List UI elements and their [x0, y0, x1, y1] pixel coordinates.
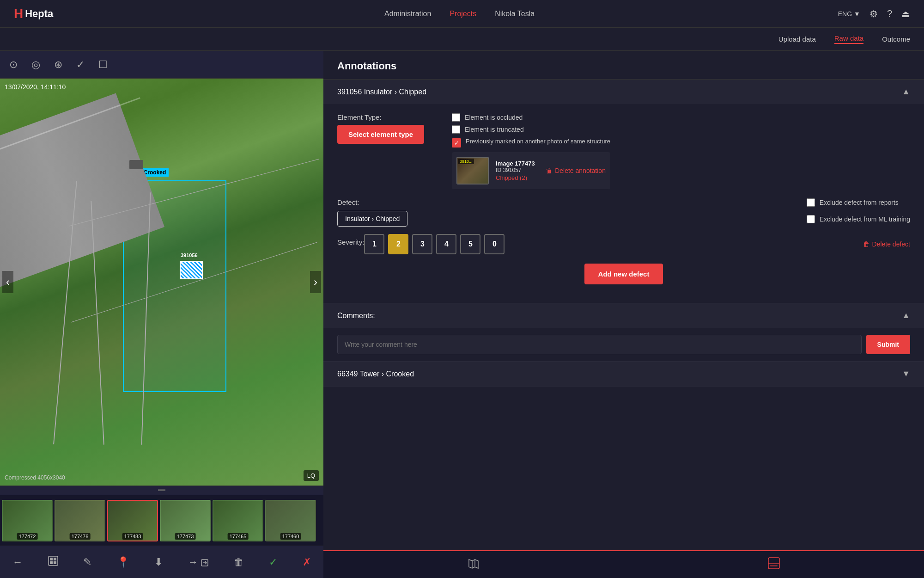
truncated-row: Element is truncated [452, 125, 610, 134]
collapse-section-2-btn[interactable]: ▼ [902, 369, 910, 379]
comment-input[interactable] [337, 335, 862, 354]
comments-title: Comments: [337, 312, 375, 320]
severity-3-btn[interactable]: 3 [412, 234, 432, 254]
exclude-reports-label: Exclude defect from reports [820, 199, 899, 206]
exclude-col: Exclude defect from reports Exclude defe… [807, 198, 910, 227]
second-navigation: Upload data Raw data Outcome [0, 28, 924, 51]
thumbnail-4[interactable]: 177473 [160, 500, 211, 541]
image-info: Compressed 4056x3040 [5, 474, 65, 481]
location-btn[interactable]: 📍 [112, 554, 134, 571]
collapse-section-1-btn[interactable]: ▲ [902, 87, 910, 97]
image-timestamp: 13/07/2020, 14:11:10 [5, 83, 66, 91]
prev-marked-icon: ✓ [452, 138, 461, 148]
help-icon[interactable]: ? [887, 8, 892, 19]
logo-text: Hepta [25, 8, 53, 20]
truncated-checkbox[interactable] [452, 125, 460, 134]
defect-tag: Insulator › Chipped [337, 211, 407, 227]
comments-section: Comments: ▲ Submit [323, 303, 924, 362]
annotation-section-1-header[interactable]: 391056 Insulator › Chipped ▲ [323, 80, 924, 104]
image-toolbar: ⊙ ◎ ⊛ ✓ ☐ [0, 51, 323, 79]
annotations-title: Annotations [323, 51, 924, 80]
prev-image-card[interactable]: 3910... Image 177473 ID 391057 Chipped (… [452, 152, 610, 189]
delete-defect-btn[interactable]: 🗑 Delete defect [863, 240, 911, 248]
language-selector[interactable]: ENG ▼ [838, 10, 860, 18]
severity-5-btn[interactable]: 5 [460, 234, 480, 254]
add-defect-btn[interactable]: Add new defect [584, 264, 663, 284]
annotation-marker: 391056 [180, 261, 203, 279]
back-btn[interactable]: ← [8, 554, 27, 571]
thumbnail-6[interactable]: 177460 [265, 500, 316, 541]
logout-icon[interactable]: ⏏ [901, 8, 910, 19]
exclude-ml-checkbox[interactable] [807, 215, 815, 223]
occluded-checkbox[interactable] [452, 113, 460, 122]
prev-image-arrow[interactable]: ‹ [2, 271, 13, 293]
toolbar-check-btn[interactable]: ✓ [76, 59, 85, 71]
confirm-btn[interactable]: ✓ [264, 554, 282, 571]
panel-tab-btn[interactable] [758, 552, 790, 577]
select-element-type-btn[interactable]: Select element type [337, 125, 424, 144]
image-list-btn[interactable] [43, 553, 63, 571]
marker-label: 391056 [181, 252, 198, 258]
thumbnail-5[interactable]: 177465 [213, 500, 263, 541]
nav-icons: ENG ▼ ⚙ ? ⏏ [838, 8, 910, 19]
toolbar-view-btn[interactable]: ⊙ [9, 59, 18, 71]
nav-links: Administration Projects Nikola Tesla [81, 10, 838, 18]
prev-marked-text: Previously marked on another photo of sa… [466, 137, 610, 146]
thumbnail-strip: 177472 177476 177483 177473 177465 17746… [0, 495, 323, 546]
collapse-comments-btn[interactable]: ▲ [902, 311, 910, 320]
map-tab-btn[interactable] [458, 552, 489, 577]
reject-btn[interactable]: ✗ [298, 554, 316, 571]
annotation-section-2-title: 66349 Tower › Crooked [337, 370, 414, 378]
element-type-row: Element Type: Select element type Elemen… [337, 113, 910, 189]
nav-user[interactable]: Nikola Tesla [495, 10, 535, 18]
severity-0-btn[interactable]: 0 [484, 234, 505, 254]
occluded-label: Element is occluded [465, 114, 523, 121]
exclude-reports-checkbox[interactable] [807, 198, 815, 207]
exclude-ml-row: Exclude defect from ML training [807, 215, 910, 223]
nav-administration[interactable]: Administration [384, 10, 431, 18]
annotation-section-2-header[interactable]: 66349 Tower › Crooked ▼ [323, 362, 924, 386]
comment-input-row: Submit [337, 335, 910, 354]
forward-btn[interactable]: → [183, 554, 213, 571]
panel-divider[interactable] [0, 486, 323, 495]
delete-annotation-btn[interactable]: 🗑 Delete annotation [546, 167, 606, 174]
submit-comment-btn[interactable]: Submit [866, 335, 910, 354]
nav-projects[interactable]: Projects [450, 10, 476, 18]
thumb-label-3: 177483 [122, 533, 143, 540]
next-image-arrow[interactable]: › [310, 271, 321, 293]
add-defect-container: Add new defect [337, 264, 910, 284]
severity-1-btn[interactable]: 1 [364, 234, 384, 254]
edit-btn[interactable]: ✎ [79, 554, 96, 571]
bottom-toolbar: ← ✎ 📍 ⬇ → 🗑 ✓ ✗ [0, 546, 323, 578]
settings-icon[interactable]: ⚙ [869, 8, 878, 19]
severity-header-row: Severity: 1 2 3 4 5 0 🗑 Delete defect [337, 234, 910, 254]
severity-4-btn[interactable]: 4 [436, 234, 456, 254]
prev-defect-id: ID 391057 [496, 167, 535, 173]
svg-rect-7 [770, 565, 778, 566]
prev-image-info: Image 177473 ID 391057 Chipped (2) [496, 160, 535, 181]
nav-raw-data[interactable]: Raw data [834, 34, 863, 44]
toolbar-detection-btn[interactable]: ◎ [31, 59, 40, 71]
toolbar-annotation-btn[interactable]: ⊛ [54, 59, 62, 71]
severity-2-btn[interactable]: 2 [388, 234, 408, 254]
thumbnail-1[interactable]: 177472 [2, 500, 53, 541]
exclude-reports-row: Exclude defect from reports [807, 198, 910, 207]
nav-upload-data[interactable]: Upload data [778, 35, 816, 43]
severity-label: Severity: [337, 238, 364, 246]
delete-defect-label: Delete defect [872, 240, 911, 248]
delete-btn[interactable]: 🗑 [229, 554, 249, 571]
nav-outcome[interactable]: Outcome [882, 35, 910, 43]
toolbar-select-btn[interactable]: ☐ [98, 59, 108, 71]
download-btn[interactable]: ⬇ [150, 554, 167, 571]
comments-header[interactable]: Comments: ▲ [323, 303, 924, 328]
thumbnail-2[interactable]: 177476 [55, 500, 105, 541]
right-bottom-tabs [323, 550, 924, 578]
annotation-section-1: 391056 Insulator › Chipped ▲ Element Typ… [323, 80, 924, 303]
delete-annotation-label: Delete annotation [555, 167, 606, 174]
thumb-label-2: 177476 [70, 533, 91, 540]
truncated-label: Element is truncated [465, 126, 524, 133]
annotation-section-2: 66349 Tower › Crooked ▼ [323, 362, 924, 387]
thumbnail-3[interactable]: 177483 [107, 500, 158, 541]
prev-marked-row: ✓ Previously marked on another photo of … [452, 137, 610, 148]
svg-rect-3 [50, 561, 53, 564]
